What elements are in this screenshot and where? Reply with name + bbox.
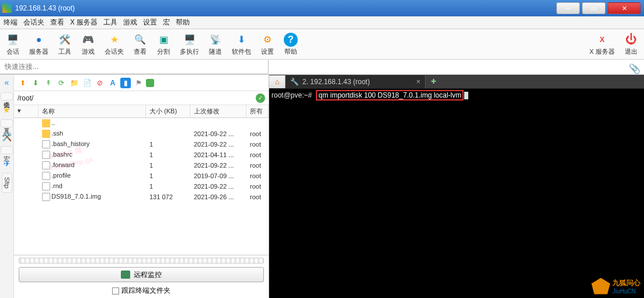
file-owner: root bbox=[246, 151, 269, 158]
up-icon[interactable]: ↟ bbox=[43, 78, 54, 88]
download-icon[interactable]: ⬇ bbox=[30, 78, 41, 88]
tb-tunnel[interactable]: 📡隧道 bbox=[208, 33, 222, 56]
rail-sessions[interactable]: 会话夹 bbox=[1, 92, 13, 101]
split-icon: ▣ bbox=[156, 33, 170, 47]
tunnel-icon: 📡 bbox=[208, 33, 222, 47]
col-size[interactable]: 大小 (KB) bbox=[146, 105, 190, 117]
close-button[interactable]: ✕ bbox=[608, 2, 640, 14]
tb-settings[interactable]: ⚙设置 bbox=[260, 33, 274, 56]
terminal-command: qm importdisk 100 DS918_7.0.1.img local-… bbox=[316, 90, 464, 101]
tab-home[interactable]: ⌂ bbox=[269, 75, 286, 88]
tab-label: 2. 192.168.1.43 (root) bbox=[302, 78, 413, 86]
rail-send-icon[interactable]: ✈ bbox=[2, 159, 12, 168]
tb-servers[interactable]: ●服务器 bbox=[29, 33, 48, 56]
file-name: DS918_7.0.1.img bbox=[39, 193, 146, 201]
tb-split[interactable]: ▣分割 bbox=[156, 33, 170, 56]
minimize-button[interactable]: ─ bbox=[556, 2, 580, 14]
file-owner: root bbox=[246, 130, 269, 137]
menu-games[interactable]: 游戏 bbox=[123, 18, 137, 27]
window-buttons: ─ ▭ ✕ bbox=[555, 2, 642, 14]
sftp-toolbar: ⬆ ⬇ ↟ ⟳ 📁 📄 ⊘ A ▮ ⚑ bbox=[14, 75, 269, 91]
folder-icon[interactable]: 📁 bbox=[69, 78, 79, 88]
side-rail: « 会话夹 ★ 工具 🛠️ 宏 ✈ Sftp bbox=[0, 75, 14, 298]
tb-sessions-folder[interactable]: ★会话夹 bbox=[105, 33, 124, 56]
tb-help[interactable]: ?帮助 bbox=[284, 33, 298, 56]
toolbar: 🖥️会话 ●服务器 🛠️工具 🎮游戏 ★会话夹 🔍查看 ▣分割 🖥️多执行 📡隧… bbox=[0, 29, 644, 60]
file-row[interactable]: .profile12019-07-09 ...root bbox=[14, 171, 269, 181]
remote-monitor-button[interactable]: 远程监控 bbox=[19, 267, 264, 282]
sftp-bottom-controls: 远程监控 跟踪终端文件夹 bbox=[14, 255, 269, 298]
tab-session-active[interactable]: 🔧 2. 192.168.1.43 (root) × bbox=[286, 75, 426, 88]
file-name: .ssh bbox=[39, 130, 146, 138]
track-folders-row[interactable]: 跟踪终端文件夹 bbox=[19, 286, 264, 296]
tb-session[interactable]: 🖥️会话 bbox=[6, 33, 20, 56]
terminal-body[interactable]: root@pve:~# qm importdisk 100 DS918_7.0.… bbox=[269, 89, 644, 298]
tab-new[interactable]: ✚ bbox=[426, 75, 441, 88]
file-owner: root bbox=[246, 172, 269, 179]
xserver-icon: X bbox=[595, 33, 609, 47]
file-name: .forward bbox=[39, 161, 146, 169]
delete-icon[interactable]: ⊘ bbox=[95, 78, 105, 88]
file-row[interactable]: DS918_7.0.1.img131 0722021-09-26 ...root bbox=[14, 192, 269, 202]
collapse-rail-icon[interactable]: « bbox=[2, 77, 12, 88]
remote-monitor-label: 远程监控 bbox=[134, 270, 162, 280]
view-icon: 🔍 bbox=[133, 33, 147, 47]
file-rows: GXNAS 博 https://wp.gx ...ssh2021-09-22 .… bbox=[14, 118, 269, 202]
sftp-panel: ⬆ ⬇ ↟ ⟳ 📁 📄 ⊘ A ▮ ⚑ ✓ ▾ 名称 大小 (KB) 上次修改 … bbox=[14, 75, 269, 298]
col-checkbox[interactable]: ▾ bbox=[14, 105, 39, 117]
upload-icon[interactable]: ⬆ bbox=[18, 78, 28, 88]
tb-view[interactable]: 🔍查看 bbox=[133, 33, 147, 56]
menu-help[interactable]: 帮助 bbox=[176, 18, 190, 27]
file-row[interactable]: .bash_history12021-09-22 ...root bbox=[14, 139, 269, 150]
rail-tools-icon[interactable]: 🛠️ bbox=[2, 132, 12, 141]
file-date: 2019-07-09 ... bbox=[190, 172, 246, 179]
file-row[interactable]: .. bbox=[14, 118, 269, 129]
path-ok-icon: ✓ bbox=[256, 93, 265, 103]
col-date[interactable]: 上次修改 bbox=[190, 105, 246, 117]
file-size: 1 bbox=[146, 151, 190, 158]
menu-macros[interactable]: 宏 bbox=[163, 18, 170, 27]
menu-sessions[interactable]: 会话夹 bbox=[23, 18, 44, 27]
file-icon bbox=[42, 161, 50, 169]
tb-packages[interactable]: ⬇软件包 bbox=[232, 33, 251, 56]
rail-star-icon[interactable]: ★ bbox=[2, 105, 12, 115]
path-input[interactable] bbox=[18, 94, 256, 102]
maximize-button[interactable]: ▭ bbox=[582, 2, 605, 14]
flag-icon[interactable]: ⚑ bbox=[133, 78, 144, 88]
letter-a-icon[interactable]: A bbox=[107, 78, 118, 88]
rail-tools[interactable]: 工具 bbox=[1, 119, 13, 127]
tb-games[interactable]: 🎮游戏 bbox=[81, 33, 95, 56]
attachment-icon[interactable]: 📎 bbox=[629, 63, 640, 74]
rail-macros[interactable]: 宏 bbox=[1, 146, 13, 154]
file-size: 1 bbox=[146, 183, 190, 190]
menu-settings[interactable]: 设置 bbox=[143, 18, 157, 27]
tb-xserver[interactable]: XX 服务器 bbox=[590, 33, 615, 56]
file-row[interactable]: .rnd12021-09-22 ...root bbox=[14, 181, 269, 192]
col-name[interactable]: 名称 bbox=[39, 105, 146, 117]
file-row[interactable]: .ssh2021-09-22 ...root bbox=[14, 129, 269, 139]
menu-terminal[interactable]: 终端 bbox=[4, 18, 18, 27]
window-titlebar: 192.168.1.43 (root) ─ ▭ ✕ bbox=[0, 0, 644, 16]
dot-icon[interactable] bbox=[146, 79, 154, 87]
menu-tools[interactable]: 工具 bbox=[103, 18, 117, 27]
file-name: .bashrc bbox=[39, 151, 146, 159]
tb-tools[interactable]: 🛠️工具 bbox=[58, 33, 72, 56]
track-folders-label: 跟踪终端文件夹 bbox=[121, 286, 170, 296]
track-checkbox[interactable] bbox=[112, 287, 119, 294]
menu-xserver[interactable]: X 服务器 bbox=[70, 18, 98, 27]
newfile-icon[interactable]: 📄 bbox=[82, 78, 92, 88]
file-row[interactable]: .forward12021-09-22 ...root bbox=[14, 160, 269, 171]
power-icon: ⏻ bbox=[624, 33, 638, 47]
file-row[interactable]: .bashrc12021-04-11 ...root bbox=[14, 150, 269, 160]
rail-sftp[interactable]: Sftp bbox=[2, 173, 12, 193]
file-icon bbox=[42, 151, 50, 159]
brand-en: JiuHuCN bbox=[612, 288, 640, 294]
menu-view[interactable]: 查看 bbox=[50, 18, 64, 27]
toggle1-icon[interactable]: ▮ bbox=[120, 78, 131, 88]
col-owner[interactable]: 所有 bbox=[246, 105, 269, 117]
tb-multiexec[interactable]: 🖥️多执行 bbox=[180, 33, 199, 56]
quick-connect-input[interactable] bbox=[0, 60, 269, 74]
tb-exit[interactable]: ⏻退出 bbox=[624, 33, 638, 56]
refresh-icon[interactable]: ⟳ bbox=[56, 78, 67, 88]
tab-close-icon[interactable]: × bbox=[416, 78, 420, 86]
